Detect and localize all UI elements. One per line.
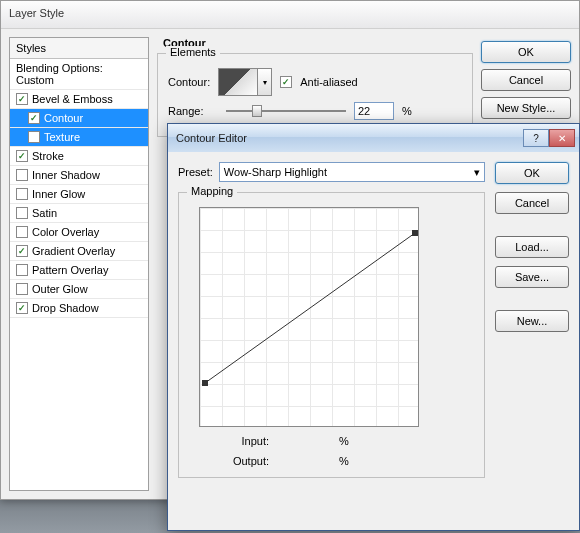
layer-style-title: Layer Style — [1, 1, 579, 29]
style-checkbox[interactable] — [16, 226, 28, 238]
mapping-graph[interactable] — [199, 207, 419, 427]
style-item-inner-glow[interactable]: Inner Glow — [10, 185, 148, 204]
style-checkbox[interactable] — [28, 131, 40, 143]
editor-buttons: OK Cancel Load... Save... New... — [495, 162, 569, 520]
style-item-inner-shadow[interactable]: Inner Shadow — [10, 166, 148, 185]
style-checkbox[interactable] — [28, 112, 40, 124]
style-label: Outer Glow — [32, 283, 88, 295]
ok-button[interactable]: OK — [481, 41, 571, 63]
style-checkbox[interactable] — [16, 302, 28, 314]
svg-rect-1 — [202, 380, 208, 386]
svg-rect-2 — [412, 230, 418, 236]
svg-line-0 — [205, 233, 415, 383]
style-item-color-overlay[interactable]: Color Overlay — [10, 223, 148, 242]
style-label: Texture — [44, 131, 80, 143]
style-label: Inner Glow — [32, 188, 85, 200]
style-label: Drop Shadow — [32, 302, 99, 314]
output-label: Output: — [219, 455, 269, 467]
style-item-bevel-emboss[interactable]: Bevel & Emboss — [10, 90, 148, 109]
style-checkbox[interactable] — [16, 93, 28, 105]
style-item-drop-shadow[interactable]: Drop Shadow — [10, 299, 148, 318]
input-label: Input: — [219, 435, 269, 447]
contour-editor-dialog: Contour Editor ? ✕ Preset: Wow-Sharp Hig… — [167, 123, 580, 531]
style-checkbox[interactable] — [16, 169, 28, 181]
elements-legend: Elements — [166, 46, 220, 58]
contour-label: Contour: — [168, 76, 210, 88]
preset-value: Wow-Sharp Highlight — [224, 166, 327, 178]
range-unit: % — [402, 105, 412, 117]
range-input[interactable] — [354, 102, 394, 120]
style-item-satin[interactable]: Satin — [10, 204, 148, 223]
range-slider[interactable] — [226, 103, 346, 119]
styles-header[interactable]: Styles — [10, 38, 148, 59]
editor-title: Contour Editor — [176, 132, 247, 144]
style-item-stroke[interactable]: Stroke — [10, 147, 148, 166]
mapping-legend: Mapping — [187, 185, 237, 197]
output-unit: % — [339, 455, 349, 467]
preset-label: Preset: — [178, 166, 213, 178]
range-label: Range: — [168, 105, 218, 117]
help-icon[interactable]: ? — [523, 129, 549, 147]
blending-options-item[interactable]: Blending Options: Custom — [10, 59, 148, 90]
editor-titlebar[interactable]: Contour Editor ? ✕ — [168, 124, 579, 152]
style-label: Inner Shadow — [32, 169, 100, 181]
input-unit: % — [339, 435, 349, 447]
style-label: Contour — [44, 112, 83, 124]
contour-dropdown-arrow[interactable]: ▾ — [258, 68, 272, 96]
anti-aliased-label: Anti-aliased — [300, 76, 357, 88]
new-button[interactable]: New... — [495, 310, 569, 332]
style-label: Gradient Overlay — [32, 245, 115, 257]
style-checkbox[interactable] — [16, 264, 28, 276]
styles-panel: Styles Blending Options: Custom Bevel & … — [9, 37, 149, 491]
style-label: Bevel & Emboss — [32, 93, 113, 105]
style-checkbox[interactable] — [16, 283, 28, 295]
contour-swatch[interactable] — [218, 68, 258, 96]
style-label: Satin — [32, 207, 57, 219]
style-checkbox[interactable] — [16, 188, 28, 200]
new-style-button[interactable]: New Style... — [481, 97, 571, 119]
preset-select[interactable]: Wow-Sharp Highlight ▾ — [219, 162, 485, 182]
style-item-outer-glow[interactable]: Outer Glow — [10, 280, 148, 299]
style-label: Stroke — [32, 150, 64, 162]
chevron-down-icon: ▾ — [474, 166, 480, 179]
style-checkbox[interactable] — [16, 207, 28, 219]
style-item-contour[interactable]: Contour — [10, 109, 148, 128]
save-button[interactable]: Save... — [495, 266, 569, 288]
style-checkbox[interactable] — [16, 150, 28, 162]
style-item-gradient-overlay[interactable]: Gradient Overlay — [10, 242, 148, 261]
load-button[interactable]: Load... — [495, 236, 569, 258]
editor-cancel-button[interactable]: Cancel — [495, 192, 569, 214]
style-label: Color Overlay — [32, 226, 99, 238]
style-checkbox[interactable] — [16, 245, 28, 257]
style-label: Pattern Overlay — [32, 264, 108, 276]
style-item-pattern-overlay[interactable]: Pattern Overlay — [10, 261, 148, 280]
cancel-button[interactable]: Cancel — [481, 69, 571, 91]
editor-ok-button[interactable]: OK — [495, 162, 569, 184]
mapping-fieldset: Mapping Input: % Output: % — [178, 192, 485, 478]
anti-aliased-checkbox[interactable] — [280, 76, 292, 88]
style-item-texture[interactable]: Texture — [10, 128, 148, 147]
close-icon[interactable]: ✕ — [549, 129, 575, 147]
